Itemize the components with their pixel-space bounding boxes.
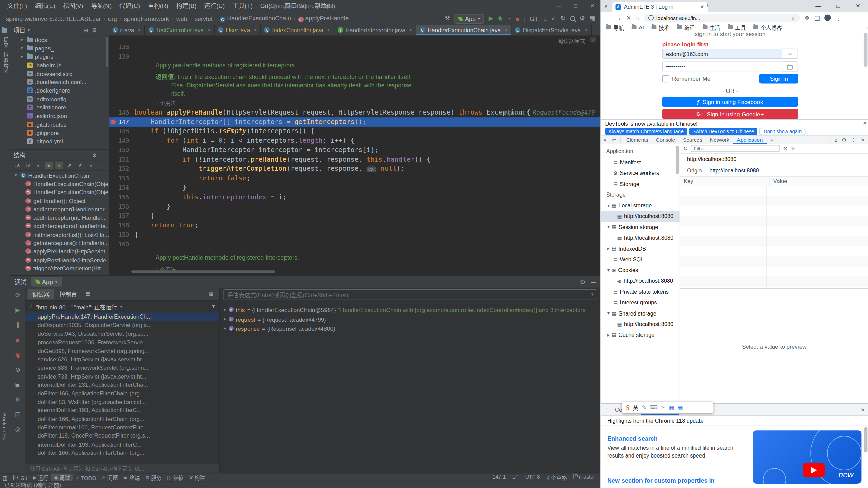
- bookmark-folder[interactable]: 导航: [606, 23, 624, 31]
- stack-frame[interactable]: doFilter:166, ApplicationFilterChain (or…: [25, 389, 219, 398]
- ime-grid-icon[interactable]: ▦: [669, 404, 674, 410]
- extensions-icon[interactable]: ❖: [804, 14, 810, 21]
- breadcrumb-item[interactable]: spring-webmvc-5.2.9.RELEASE.jar: [5, 15, 101, 22]
- debug-session-tab[interactable]: App ▾: [31, 277, 62, 286]
- breadcrumb-item[interactable]: CHandlerExecutionChain: [219, 15, 292, 22]
- ime-mode-label[interactable]: 英: [633, 403, 638, 411]
- stack-frame[interactable]: service:733, HttpServlet (javax.servlet.…: [25, 372, 219, 381]
- bookmark-folder[interactable]: 工具: [728, 23, 746, 31]
- filter-icon-1[interactable]: ✗: [66, 162, 74, 169]
- editor-tab[interactable]: CHandlerExecutionChain.java✕: [416, 25, 512, 35]
- structure-method[interactable]: mHandlerExecutionChain(Obje...: [10, 188, 109, 196]
- devtools-tab-console[interactable]: Console: [652, 136, 679, 144]
- pin-icon[interactable]: ◎: [15, 426, 20, 433]
- site-info-icon[interactable]: i: [648, 15, 654, 20]
- breadcrumb-item[interactable]: mapplyPreHandle: [298, 15, 349, 22]
- structure-method[interactable]: maddInterceptor(HandlerInter...: [10, 205, 109, 213]
- page-scrollbar[interactable]: [864, 33, 867, 67]
- debugger-tab[interactable]: 控制台: [55, 288, 81, 299]
- devtools-sidebar-item[interactable]: ▸▤Cache storage: [600, 329, 679, 340]
- bookmark-folder[interactable]: 技术: [652, 23, 669, 31]
- notification-button[interactable]: Switch DevTools to Chinese: [689, 128, 757, 135]
- drawer-scrollbar[interactable]: [864, 427, 868, 452]
- gear-icon[interactable]: ⚙: [580, 279, 585, 285]
- value-column-header[interactable]: Value: [770, 177, 868, 186]
- mute-breakpoints-icon[interactable]: ⊘: [15, 366, 20, 373]
- project-tree-item[interactable]: ≡.browserslistrc: [10, 69, 109, 78]
- kebab-menu-icon[interactable]: ⋮: [851, 137, 856, 143]
- bookmark-folder[interactable]: 编程: [677, 23, 695, 31]
- delete-icon[interactable]: ✕: [791, 146, 795, 151]
- breadcrumb-item[interactable]: web: [176, 15, 188, 22]
- search-icon[interactable]: [570, 16, 575, 21]
- breadcrumb-item[interactable]: org: [107, 15, 117, 22]
- storage-origin-url[interactable]: http://localhost:8080: [680, 154, 868, 165]
- project-tree-item[interactable]: Y.gitpod.yml: [10, 137, 109, 145]
- filter-input[interactable]: [691, 145, 780, 152]
- inspections-ok-icon[interactable]: ✓: [590, 37, 596, 43]
- editor-tab[interactable]: CDispatcherServlet.java✕: [512, 25, 592, 35]
- stop-icon[interactable]: ✕: [626, 14, 631, 21]
- devtools-tab-sources[interactable]: Sources: [679, 136, 706, 144]
- drawer-close-icon[interactable]: ✕: [861, 407, 865, 412]
- show-properties-icon[interactable]: ●: [45, 162, 53, 169]
- devtools-sidebar-item[interactable]: ▾▦Shared storage: [600, 308, 679, 319]
- menubar-item[interactable]: 重构(R): [144, 0, 172, 12]
- ime-apps-icon[interactable]: ▦: [677, 404, 683, 410]
- hide-panel-icon[interactable]: —: [100, 27, 106, 33]
- tab-close-icon[interactable]: ✕: [326, 27, 330, 33]
- pause-icon[interactable]: ∥: [16, 321, 19, 329]
- stack-frame[interactable]: internalDoFilter:231, ApplicationFilterC…: [25, 381, 219, 389]
- bookmark-star-icon[interactable]: ☆: [791, 15, 795, 21]
- tool-window-button[interactable]: ☑TODO: [73, 474, 99, 482]
- maximize-icon[interactable]: □: [567, 0, 584, 12]
- inspect-element-icon[interactable]: ⌖: [600, 136, 609, 143]
- build-icon[interactable]: ⚒: [445, 15, 450, 22]
- tool-window-button-0[interactable]: 提交: [2, 37, 9, 47]
- google-sign-in-button[interactable]: G+ Sign in using Google+: [662, 109, 798, 119]
- breakpoint-icon[interactable]: [111, 120, 116, 125]
- layers-icon[interactable]: ≣: [86, 291, 90, 297]
- structure-method[interactable]: mapplyPreHandle(HttpServlet...: [10, 247, 109, 256]
- usages-hint[interactable]: 1 个用法: [109, 98, 601, 108]
- debug-settings-icon[interactable]: ⚙: [15, 395, 20, 403]
- stack-frame[interactable]: processRequest:1006, FrameworkServle...: [25, 338, 219, 347]
- variable-row[interactable]: ▸presponse = {ResponseFacade@4800}: [220, 324, 600, 333]
- variable-row[interactable]: ▸pthis = {HandlerExecutionChain@5984} "H…: [220, 305, 600, 314]
- horizontal-scrollbar[interactable]: [131, 270, 275, 273]
- git-update-icon[interactable]: ↓: [544, 15, 547, 22]
- tool-window-button[interactable]: ◉调试: [51, 474, 73, 482]
- tool-window-button-1[interactable]: 拉取请求: [2, 52, 9, 73]
- thread-dump-icon[interactable]: ▣: [15, 381, 21, 388]
- project-tree-item[interactable]: E.eslintignore: [10, 103, 109, 111]
- structure-panel-title[interactable]: 结构: [13, 150, 25, 159]
- tab-close-icon[interactable]: ✕: [252, 27, 257, 33]
- bookmark-folder[interactable]: AI: [632, 24, 644, 30]
- tool-window-button[interactable]: ⚠问题: [99, 474, 121, 482]
- thread-selector[interactable]: ✓ "http-nio-80..." "main": 正在运行 ▾ ▼: [25, 300, 219, 313]
- git-history-icon[interactable]: ↻: [560, 15, 566, 22]
- project-tree-item[interactable]: ▸docs: [10, 35, 109, 44]
- menubar-item[interactable]: 运行(U): [200, 0, 229, 12]
- tool-window-button[interactable]: ⚒构建: [186, 474, 208, 482]
- sogou-ime-bar[interactable]: S 英 ✎ ⌨ ✂ ▦ ▦: [622, 402, 713, 413]
- storage-table-row[interactable]: [680, 226, 868, 236]
- more-tabs-icon[interactable]: »: [767, 136, 777, 144]
- remember-me-checkbox[interactable]: [662, 75, 669, 82]
- project-tree-item[interactable]: ◆.gitignore: [10, 128, 109, 137]
- structure-method[interactable]: minitInterceptorList(): List<Ha...: [10, 230, 109, 239]
- stack-frame[interactable]: doFilter:166, ApplicationFilterChain (or…: [25, 449, 219, 457]
- variable-row[interactable]: ▸prequest = {RequestFacade@4799}: [220, 314, 600, 324]
- filter-funnel-icon[interactable]: ▼: [211, 304, 216, 309]
- layout-icon[interactable]: ▦: [589, 15, 595, 22]
- devtools-sidebar-item[interactable]: ▦http://localhost:8080: [600, 319, 679, 329]
- usages-hint[interactable]: 1 个用法: [109, 264, 601, 274]
- status-widget[interactable]: UTF-8: [525, 474, 540, 482]
- device-toolbar-icon[interactable]: ▭: [609, 137, 619, 142]
- status-widget[interactable]: 4 个空格: [547, 474, 567, 482]
- bookmark-folder[interactable]: 个人博客: [753, 23, 782, 31]
- tool-window-button[interactable]: Git: [11, 474, 30, 482]
- devtools-sidebar-item[interactable]: ▸▤IndexedDB: [600, 243, 679, 254]
- sort-alphabetically-icon[interactable]: ↓a: [13, 162, 21, 169]
- editor-tab[interactable]: CUser.java✕: [215, 25, 261, 35]
